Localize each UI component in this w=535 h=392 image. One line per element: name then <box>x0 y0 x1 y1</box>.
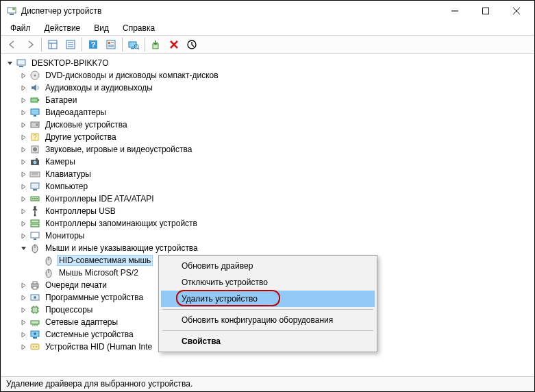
svg-rect-4 <box>482 8 488 14</box>
expand-icon[interactable] <box>18 169 28 179</box>
expand-icon[interactable] <box>18 120 28 130</box>
context-uninstall-device[interactable]: Удалить устройство <box>161 291 375 307</box>
collapse-icon[interactable] <box>5 58 14 68</box>
app-icon <box>6 5 17 16</box>
maximize-button[interactable] <box>470 1 501 21</box>
tree-category-6[interactable]: Звуковые, игровые и видеоустройства <box>1 143 534 156</box>
tree-category-4[interactable]: Дисковые устройства <box>1 119 534 131</box>
expand-icon[interactable] <box>18 157 28 167</box>
svg-rect-7 <box>49 40 57 49</box>
tree-category-9[interactable]: Компьютер <box>1 180 534 193</box>
context-scan-hardware[interactable]: Обновить конфигурацию оборудования <box>161 312 375 328</box>
tree-category-5[interactable]: ?Другие устройства <box>1 131 534 143</box>
menu-action[interactable]: Действие <box>39 22 86 34</box>
svg-rect-50 <box>33 189 37 191</box>
svg-rect-87 <box>33 337 37 339</box>
menu-help[interactable]: Справка <box>117 22 160 34</box>
expand-icon[interactable] <box>18 342 28 352</box>
disc-icon <box>29 70 40 81</box>
battery-icon <box>29 95 40 106</box>
spacer <box>1 363 534 376</box>
mouse-icon <box>29 243 40 254</box>
tree-category-8[interactable]: Клавиатуры <box>1 168 534 180</box>
node-label: Батареи <box>43 95 79 106</box>
svg-rect-68 <box>33 282 37 284</box>
svg-rect-16 <box>107 40 115 49</box>
tree-category-13[interactable]: Мониторы <box>1 230 534 242</box>
tree-root-computer[interactable]: DESKTOP-BPIKK7O <box>1 57 534 69</box>
update-driver-button[interactable] <box>148 36 164 53</box>
properties-button[interactable] <box>62 36 79 53</box>
expand-icon[interactable] <box>18 145 28 154</box>
printer-icon <box>29 280 40 291</box>
svg-rect-72 <box>32 307 38 313</box>
audio-icon <box>29 82 40 93</box>
back-button[interactable] <box>4 36 21 53</box>
scan-hardware-button[interactable] <box>125 36 142 53</box>
collapse-icon[interactable] <box>18 243 28 253</box>
context-update-driver[interactable]: Обновить драйвер <box>161 258 375 274</box>
expand-icon[interactable] <box>18 219 28 228</box>
node-label: Контроллеры IDE ATA/ATAPI <box>43 193 156 204</box>
svg-rect-17 <box>108 42 110 44</box>
uninstall-button[interactable] <box>166 36 182 53</box>
context-properties[interactable]: Свойства <box>161 333 375 350</box>
expand-icon[interactable] <box>18 132 28 142</box>
svg-text:?: ? <box>33 134 37 141</box>
statusbar: Удаление драйвера для выбранного устройс… <box>1 376 534 391</box>
tree-category-1[interactable]: Аудиовходы и аудиовыходы <box>1 82 534 94</box>
expand-icon[interactable] <box>18 206 28 216</box>
expand-icon[interactable] <box>18 280 28 290</box>
expander-spacer <box>32 268 42 278</box>
device-tree[interactable]: DESKTOP-BPIKK7ODVD-дисководы и дисководы… <box>1 54 534 363</box>
node-label: Дисковые устройства <box>43 119 129 130</box>
node-label: Системные устройства <box>43 329 136 340</box>
expand-icon[interactable] <box>18 71 28 80</box>
expand-icon[interactable] <box>18 293 28 302</box>
expand-icon[interactable] <box>18 305 28 315</box>
context-disable-device[interactable]: Отключить устройство <box>161 274 375 291</box>
node-label: Мыши и иные указывающие устройства <box>43 243 200 254</box>
tree-category-10[interactable]: Контроллеры IDE ATA/ATAPI <box>1 193 534 205</box>
keyboard-icon <box>29 169 40 180</box>
menu-view[interactable]: Вид <box>88 22 114 34</box>
minimize-button[interactable] <box>439 1 470 21</box>
svg-point-44 <box>34 161 37 164</box>
tree-category-3[interactable]: Видеоадаптеры <box>1 106 534 119</box>
tree-category-7[interactable]: Камеры <box>1 156 534 168</box>
node-label: Устройства HID (Human Inte <box>43 341 154 352</box>
action-list-button[interactable] <box>103 36 119 53</box>
expand-icon[interactable] <box>18 95 28 105</box>
expand-icon[interactable] <box>18 317 28 327</box>
titlebar: Диспетчер устройств <box>1 1 534 21</box>
svg-point-54 <box>36 198 38 199</box>
help-button[interactable]: ? <box>85 36 101 53</box>
menu-file[interactable]: Файл <box>5 22 36 34</box>
tree-category-0[interactable]: DVD-дисководы и дисководы компакт-дисков <box>1 69 534 82</box>
svg-rect-33 <box>31 98 38 102</box>
expand-icon[interactable] <box>18 182 28 191</box>
tree-category-11[interactable]: Контроллеры USB <box>1 205 534 217</box>
computer-icon <box>29 181 40 192</box>
expand-icon[interactable] <box>18 330 28 339</box>
expand-icon[interactable] <box>18 194 28 204</box>
expand-icon[interactable] <box>18 83 28 93</box>
usb-icon <box>29 206 40 217</box>
tree-category-2[interactable]: Батареи <box>1 94 534 106</box>
expand-icon[interactable] <box>18 231 28 241</box>
forward-button[interactable] <box>22 36 38 53</box>
tree-category-12[interactable]: Контроллеры запоминающих устройств <box>1 217 534 230</box>
storage-icon <box>29 218 40 229</box>
software-icon <box>29 292 40 303</box>
show-hide-tree-button[interactable] <box>45 36 61 53</box>
svg-line-24 <box>138 48 139 49</box>
expand-icon[interactable] <box>18 108 28 117</box>
tree-category-14[interactable]: Мыши и иные указывающие устройства <box>1 242 534 254</box>
svg-rect-59 <box>31 232 39 238</box>
node-label: Очереди печати <box>43 280 109 291</box>
close-button[interactable] <box>501 1 532 21</box>
disable-button[interactable] <box>184 36 200 53</box>
node-label: Контроллеры USB <box>43 206 118 217</box>
svg-rect-57 <box>31 220 39 223</box>
separator <box>145 38 145 51</box>
